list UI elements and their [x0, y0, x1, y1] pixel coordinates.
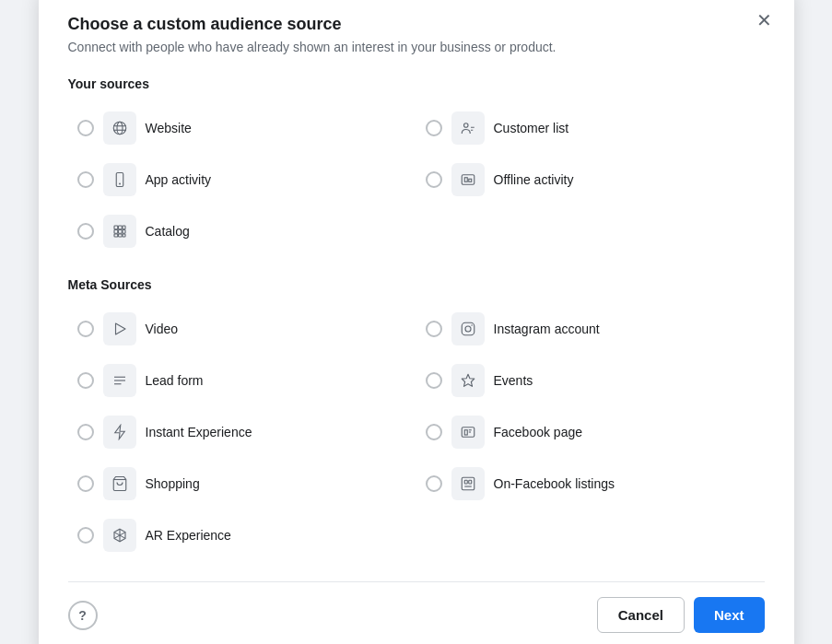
radio-shopping[interactable] — [77, 475, 94, 492]
option-catalog[interactable]: Catalog — [68, 207, 416, 255]
svg-point-1 — [117, 122, 123, 135]
svg-rect-29 — [464, 430, 467, 435]
dialog-footer: ? Cancel Next — [68, 581, 765, 633]
svg-rect-35 — [468, 480, 471, 484]
catalog-label: Catalog — [146, 224, 190, 239]
catalog-icon — [111, 223, 128, 240]
svg-rect-17 — [118, 234, 122, 237]
lead-form-icon — [111, 372, 128, 389]
radio-website[interactable] — [77, 120, 94, 136]
svg-rect-11 — [118, 226, 122, 229]
svg-rect-13 — [114, 230, 118, 234]
events-label: Events — [494, 373, 533, 388]
radio-customer-list[interactable] — [426, 120, 442, 136]
option-instant-experience[interactable]: Instant Experience — [68, 408, 416, 456]
radio-on-facebook-listings[interactable] — [426, 475, 442, 492]
on-facebook-listings-icon-box — [451, 467, 485, 500]
option-instagram[interactable]: Instagram account — [416, 305, 765, 353]
catalog-icon-box — [103, 215, 136, 248]
radio-facebook-page[interactable] — [426, 424, 442, 440]
cart-icon — [111, 475, 128, 492]
meta-sources-label: Meta Sources — [68, 277, 765, 292]
svg-point-0 — [113, 122, 126, 135]
footer-actions: Cancel Next — [597, 597, 765, 633]
shopping-label: Shopping — [146, 476, 200, 491]
dialog-header: Choose a custom audience source Connect … — [68, 15, 765, 54]
radio-instant-experience[interactable] — [77, 424, 94, 440]
instant-experience-icon-box — [103, 416, 136, 449]
svg-marker-27 — [114, 426, 124, 439]
website-label: Website — [146, 121, 192, 135]
svg-point-4 — [463, 123, 468, 128]
help-button[interactable]: ? — [68, 601, 98, 630]
meta-sources-grid: Video Instagram account Lead form — [68, 305, 765, 559]
svg-rect-28 — [462, 427, 475, 438]
svg-marker-26 — [462, 374, 475, 386]
svg-rect-10 — [114, 226, 118, 229]
ar-icon — [111, 527, 128, 544]
radio-catalog[interactable] — [77, 223, 94, 240]
shopping-icon-box — [103, 467, 136, 500]
svg-rect-12 — [123, 226, 125, 229]
video-icon-box — [103, 312, 136, 345]
option-video[interactable]: Video — [68, 305, 416, 353]
facebook-page-label: Facebook page — [494, 425, 583, 439]
radio-instagram[interactable] — [426, 321, 442, 337]
cancel-button[interactable]: Cancel — [597, 597, 685, 633]
customer-list-icon — [460, 120, 476, 136]
svg-rect-7 — [462, 175, 475, 185]
close-button[interactable]: ✕ — [753, 7, 776, 33]
close-icon: ✕ — [756, 10, 772, 30]
svg-rect-33 — [462, 477, 475, 490]
ar-experience-label: AR Experience — [146, 528, 231, 543]
play-icon — [111, 321, 128, 337]
instant-experience-label: Instant Experience — [146, 425, 252, 439]
option-offline-activity[interactable]: Offline activity — [416, 156, 765, 204]
customer-list-icon-box — [451, 111, 485, 145]
phone-icon — [111, 171, 128, 188]
help-icon: ? — [78, 608, 87, 623]
next-button[interactable]: Next — [694, 597, 765, 633]
option-app-activity[interactable]: App activity — [68, 156, 416, 204]
events-icon — [460, 372, 476, 389]
events-icon-box — [451, 364, 485, 397]
option-on-facebook-listings[interactable]: On-Facebook listings — [416, 460, 765, 508]
svg-rect-16 — [114, 234, 118, 237]
svg-marker-19 — [115, 323, 125, 334]
ar-experience-icon-box — [103, 519, 136, 552]
video-label: Video — [146, 322, 179, 336]
svg-rect-14 — [118, 230, 122, 234]
radio-lead-form[interactable] — [77, 372, 94, 389]
dialog-subtitle: Connect with people who have already sho… — [68, 40, 765, 54]
option-events[interactable]: Events — [416, 357, 765, 404]
lightning-icon — [111, 424, 128, 440]
your-sources-label: Your sources — [68, 76, 765, 91]
app-activity-icon-box — [103, 163, 136, 196]
svg-rect-18 — [123, 234, 125, 237]
globe-icon — [111, 120, 128, 136]
facebook-page-icon — [460, 424, 476, 440]
radio-offline-activity[interactable] — [426, 171, 442, 188]
listings-icon — [460, 475, 476, 492]
radio-app-activity[interactable] — [77, 171, 94, 188]
your-sources-grid: Website Customer list App activity — [68, 104, 765, 255]
option-lead-form[interactable]: Lead form — [68, 357, 416, 404]
option-shopping[interactable]: Shopping — [68, 460, 416, 508]
offline-icon — [460, 171, 476, 188]
svg-rect-15 — [123, 230, 125, 234]
option-website[interactable]: Website — [68, 104, 416, 152]
offline-activity-icon-box — [451, 163, 485, 196]
website-icon-box — [103, 111, 136, 145]
option-customer-list[interactable]: Customer list — [416, 104, 765, 152]
option-facebook-page[interactable]: Facebook page — [416, 408, 765, 456]
option-ar-experience[interactable]: AR Experience — [68, 511, 416, 559]
radio-video[interactable] — [77, 321, 94, 337]
lead-form-label: Lead form — [146, 373, 204, 388]
svg-rect-34 — [464, 480, 467, 484]
radio-ar-experience[interactable] — [77, 527, 94, 544]
radio-events[interactable] — [426, 372, 442, 389]
on-facebook-listings-label: On-Facebook listings — [494, 476, 615, 491]
instagram-icon — [460, 321, 476, 337]
svg-point-22 — [471, 324, 473, 326]
meta-sources-section: Meta Sources Video Instagram account — [68, 277, 765, 559]
